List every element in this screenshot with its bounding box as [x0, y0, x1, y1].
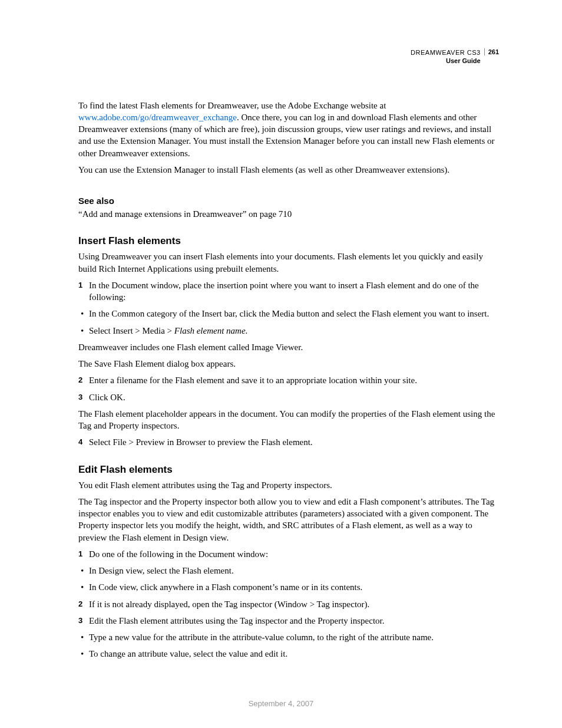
- step-3: 3 Click OK.: [78, 391, 499, 403]
- step-number: 3: [78, 615, 89, 627]
- bullet-text: Select Insert > Media > Flash element na…: [89, 325, 247, 337]
- bullet-icon: •: [81, 325, 89, 337]
- insert-flash-section: Insert Flash elements Using Dreamweaver …: [78, 235, 499, 448]
- bullet-item: • In Code view, click anywhere in a Flas…: [78, 581, 499, 593]
- bullet-text: To change an attribute value, select the…: [89, 648, 287, 660]
- bullet-item: • In Design view, select the Flash eleme…: [78, 565, 499, 577]
- step-text: Enter a filename for the Flash element a…: [89, 374, 417, 386]
- bullet-text: In Design view, select the Flash element…: [89, 565, 234, 577]
- footer-date: September 4, 2007: [0, 699, 562, 708]
- intro-paragraph-1: To find the latest Flash elements for Dr…: [78, 100, 499, 159]
- see-also-section: See also “Add and manage extensions in D…: [78, 196, 499, 220]
- bullet-text-italic: Flash element name: [174, 326, 246, 335]
- bullet-icon: •: [81, 648, 89, 660]
- insert-intro: Using Dreamweaver you can insert Flash e…: [78, 251, 499, 275]
- insert-note-1: Dreamweaver includes one Flash element c…: [78, 341, 499, 353]
- page-number: 261: [484, 48, 499, 55]
- page-header: DREAMWEAVER CS3 User Guide 261: [78, 48, 499, 65]
- guide-label: User Guide: [411, 57, 481, 65]
- edit-description: The Tag inspector and the Property inspe…: [78, 496, 499, 543]
- step-number: 4: [78, 436, 89, 448]
- intro-text-pre: To find the latest Flash elements for Dr…: [78, 101, 386, 110]
- bullet-text-post: .: [246, 326, 248, 335]
- section-heading-insert: Insert Flash elements: [78, 235, 499, 247]
- bullet-item: • Type a new value for the attribute in …: [78, 631, 499, 643]
- step-number: 1: [78, 548, 89, 560]
- bullet-icon: •: [81, 631, 89, 643]
- step-text: Edit the Flash element attributes using …: [89, 615, 384, 627]
- edit-intro: You edit Flash element attributes using …: [78, 479, 499, 491]
- bullet-item: • To change an attribute value, select t…: [78, 648, 499, 660]
- step-text: Click OK.: [89, 391, 125, 403]
- document-page: DREAMWEAVER CS3 User Guide 261 To find t…: [0, 0, 562, 660]
- bullet-item: • In the Common category of the Insert b…: [78, 308, 499, 319]
- bullet-item: • Select Insert > Media > Flash element …: [78, 325, 499, 337]
- intro-paragraph-2: You can use the Extension Manager to ins…: [78, 164, 499, 176]
- bullet-text: In the Common category of the Insert bar…: [89, 308, 489, 319]
- step-number: 2: [78, 598, 89, 610]
- bullet-text: In Code view, click anywhere in a Flash …: [89, 581, 362, 593]
- step-1: 1 Do one of the following in the Documen…: [78, 548, 499, 560]
- insert-note-3: The Flash element placeholder appears in…: [78, 408, 499, 432]
- see-also-heading: See also: [78, 196, 499, 206]
- bullet-text-pre: Select Insert > Media >: [89, 326, 174, 335]
- product-title: DREAMWEAVER CS3: [411, 48, 481, 57]
- step-2: 2 If it is not already displayed, open t…: [78, 598, 499, 610]
- step-text: Select File > Preview in Browser to prev…: [89, 436, 313, 448]
- see-also-reference: “Add and manage extensions in Dreamweave…: [78, 208, 499, 220]
- step-number: 2: [78, 374, 89, 386]
- header-text-block: DREAMWEAVER CS3 User Guide: [411, 48, 484, 65]
- bullet-icon: •: [81, 565, 89, 577]
- step-1: 1 In the Document window, place the inse…: [78, 279, 499, 304]
- bullet-icon: •: [81, 581, 89, 593]
- bullet-text: Type a new value for the attribute in th…: [89, 631, 434, 643]
- step-text: If it is not already displayed, open the…: [89, 598, 369, 610]
- step-text: Do one of the following in the Document …: [89, 548, 268, 560]
- section-heading-edit: Edit Flash elements: [78, 464, 499, 476]
- step-2: 2 Enter a filename for the Flash element…: [78, 374, 499, 386]
- step-3: 3 Edit the Flash element attributes usin…: [78, 615, 499, 627]
- step-number: 1: [78, 279, 89, 304]
- step-4: 4 Select File > Preview in Browser to pr…: [78, 436, 499, 448]
- edit-flash-section: Edit Flash elements You edit Flash eleme…: [78, 464, 499, 660]
- bullet-icon: •: [81, 308, 89, 319]
- step-number: 3: [78, 391, 89, 403]
- insert-note-2: The Save Flash Element dialog box appear…: [78, 358, 499, 370]
- step-text: In the Document window, place the insert…: [89, 279, 499, 304]
- exchange-link[interactable]: www.adobe.com/go/dreamweaver_exchange: [78, 113, 237, 122]
